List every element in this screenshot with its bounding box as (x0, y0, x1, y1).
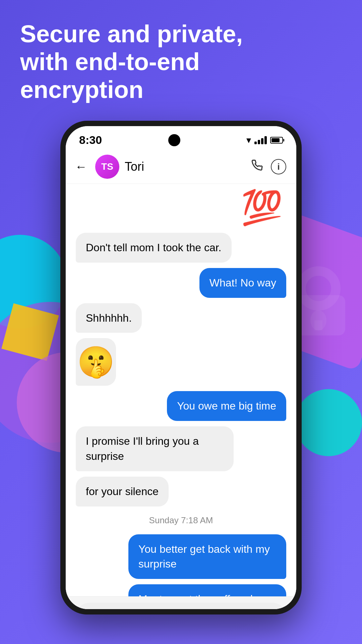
message-row: Don't tell mom I took the car. (76, 233, 286, 263)
phone-frame: 8:30 ▾ (60, 121, 302, 614)
battery-icon (270, 137, 283, 144)
svg-rect-3 (314, 320, 322, 330)
status-time: 8:30 (79, 133, 102, 147)
contact-name: Tori (125, 160, 251, 174)
message-row: Meet me at the coffee shop and tell me a… (76, 584, 286, 596)
message-bubble: for your silence (76, 477, 169, 506)
timestamp: Sunday 7:18 AM (76, 515, 286, 526)
phone-screen: 8:30 ▾ (66, 126, 296, 609)
message-row: What! No way (76, 268, 286, 298)
svg-point-2 (310, 310, 326, 330)
message-row: You owe me big time (76, 391, 286, 421)
back-button[interactable]: ← (72, 157, 90, 176)
voice-player: 00:24 (76, 603, 286, 609)
message-bubble: What! No way (199, 268, 286, 298)
message-bubble: You better get back with my surprise (128, 534, 286, 579)
headline-text: Secure and private, with end-to-end encr… (20, 20, 243, 103)
avatar: TS (95, 155, 119, 179)
message-row: for your silence (76, 477, 286, 506)
message-row: Shhhhhh. (76, 303, 286, 333)
emoji-sticker-area: 💯 (76, 191, 286, 224)
hundred-emoji: 💯 (241, 191, 283, 224)
deco-diamond (1, 303, 59, 361)
play-button[interactable] (84, 608, 101, 609)
chat-area[interactable]: 💯 Don't tell mom I took the car. What! N… (66, 184, 296, 596)
app-bar-actions: i (251, 159, 286, 174)
message-bubble: Shhhhhh. (76, 303, 142, 333)
deco-teal-circle (0, 235, 67, 329)
message-bubble: You owe me big time (167, 391, 286, 421)
app-bar: ← TS Tori i (66, 150, 296, 184)
front-camera (168, 134, 180, 146)
message-row: You better get back with my surprise (76, 534, 286, 579)
signal-icon (254, 136, 267, 144)
message-bubble: Meet me at the coffee shop and tell me a… (128, 584, 286, 596)
voice-message-bar: 00:24 Raise to listen (66, 596, 296, 609)
phone-button[interactable] (251, 160, 263, 174)
message-bubble: Don't tell mom I took the car. (76, 233, 232, 263)
deco-teal-right (295, 389, 362, 456)
message-row: I promise I'll bring you a surprise (76, 426, 286, 471)
status-bar: 8:30 ▾ (66, 126, 296, 150)
message-bubble: I promise I'll bring you a surprise (76, 426, 234, 471)
svg-point-1 (301, 271, 336, 306)
headline: Secure and private, with end-to-end encr… (20, 20, 255, 103)
message-row: 🤫 (76, 338, 286, 386)
phone-mockup: 8:30 ▾ (60, 121, 302, 614)
status-icons: ▾ (246, 135, 283, 146)
wifi-icon: ▾ (246, 135, 251, 146)
emoji-message-bubble: 🤫 (76, 338, 116, 386)
info-button[interactable]: i (271, 159, 286, 174)
